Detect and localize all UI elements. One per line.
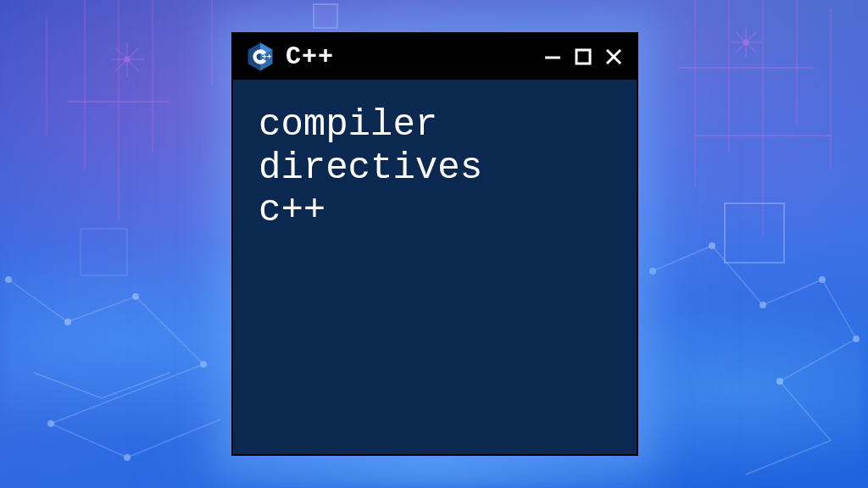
svg-point-25 <box>132 293 139 300</box>
svg-rect-42 <box>262 56 266 57</box>
svg-point-32 <box>819 276 826 283</box>
close-button[interactable] <box>601 44 626 69</box>
svg-point-26 <box>200 361 207 368</box>
minimize-button[interactable] <box>540 44 565 69</box>
svg-point-33 <box>853 336 860 342</box>
svg-point-34 <box>776 378 783 385</box>
svg-point-27 <box>47 420 54 427</box>
svg-point-22 <box>743 40 748 45</box>
terminal-content: compiler directives c++ <box>233 80 637 454</box>
svg-point-28 <box>124 454 131 461</box>
svg-rect-46 <box>576 50 590 64</box>
titlebar[interactable]: C++ <box>233 34 637 80</box>
svg-rect-44 <box>267 56 271 57</box>
svg-rect-35 <box>725 203 784 263</box>
content-line-1: compiler <box>259 103 437 146</box>
svg-rect-36 <box>81 229 127 275</box>
maximize-button[interactable] <box>570 44 596 69</box>
svg-point-30 <box>709 242 715 249</box>
content-line-3: c++ <box>259 189 326 231</box>
svg-rect-37 <box>314 4 337 28</box>
svg-point-24 <box>64 319 71 325</box>
cpp-logo-icon <box>245 42 275 72</box>
svg-point-31 <box>760 302 766 308</box>
svg-point-23 <box>5 276 12 283</box>
window-controls <box>540 44 626 69</box>
terminal-window: C++ compiler directives c++ <box>231 32 638 456</box>
window-title: C++ <box>286 42 530 71</box>
svg-point-29 <box>649 268 656 274</box>
content-line-2: directives <box>259 147 482 189</box>
svg-point-17 <box>125 57 130 62</box>
